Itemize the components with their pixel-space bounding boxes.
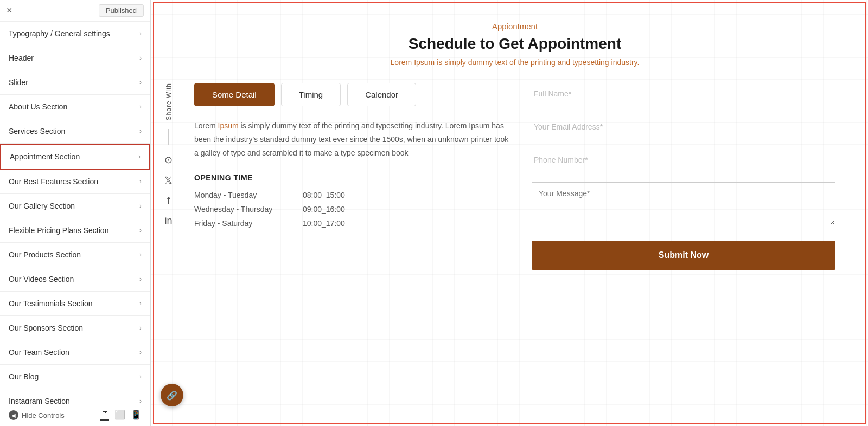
fab-icon: 🔗 [167, 390, 177, 401]
chevron-right-icon: › [139, 202, 142, 210]
tab-calendar[interactable]: Calendor [347, 83, 416, 106]
preview-inner: Appiontment Schedule to Get Appointment … [151, 0, 868, 292]
sidebar-item-instagram[interactable]: Instagram Section› [0, 389, 150, 404]
time-hours: 08:00_15:00 [303, 191, 345, 199]
chevron-right-icon: › [139, 54, 142, 62]
hide-controls-label: Hide Controls [22, 411, 65, 419]
sidebar-item-slider[interactable]: Slider› [0, 70, 150, 95]
share-label: Share With [165, 83, 173, 120]
chevron-right-icon: › [139, 300, 142, 307]
close-button[interactable]: × [7, 5, 12, 16]
sidebar-item-label: Appointment Section [10, 152, 80, 161]
opening-time-title: OPENING TIME [194, 173, 510, 182]
hide-controls-button[interactable]: ◀ Hide Controls [9, 410, 65, 420]
sidebar-item-label: About Us Section [9, 102, 67, 111]
share-divider [168, 129, 169, 145]
submit-button[interactable]: Submit Now [532, 241, 835, 270]
sidebar-item-testimonials[interactable]: Our Testimonials Section› [0, 292, 150, 316]
chevron-right-icon: › [139, 397, 142, 404]
appointment-subtitle: Appiontment [194, 22, 835, 31]
published-badge: Published [99, 4, 144, 17]
appointment-header: Appiontment Schedule to Get Appointment … [194, 22, 835, 67]
sidebar-item-best-features[interactable]: Our Best Features Section› [0, 170, 150, 194]
sidebar: × Published Typography / General setting… [0, 0, 151, 426]
facebook-share-icon[interactable]: f [167, 195, 170, 206]
sidebar-item-label: Our Sponsors Section [9, 324, 83, 332]
sidebar-bottom: ◀ Hide Controls 🖥 ⬜ 📱 [0, 404, 150, 426]
sidebar-item-label: Our Best Features Section [9, 177, 98, 186]
chevron-right-icon: › [138, 153, 141, 160]
content-text: Lorem Ipsum is simply dummy text of the … [194, 119, 510, 160]
sidebar-item-sponsors[interactable]: Our Sponsors Section› [0, 316, 150, 340]
time-row: Monday - Tuesday08:00_15:00 [194, 191, 510, 199]
sidebar-item-gallery[interactable]: Our Gallery Section› [0, 194, 150, 218]
right-panel: Submit Now [532, 83, 835, 270]
sidebar-item-label: Our Products Section [9, 250, 81, 259]
chevron-right-icon: › [139, 79, 142, 86]
sidebar-item-label: Header [9, 54, 34, 62]
appointment-title: Schedule to Get Appointment [194, 35, 835, 53]
chevron-right-icon: › [139, 348, 142, 356]
sidebar-item-header[interactable]: Header› [0, 46, 150, 70]
twitter-share-icon[interactable]: 𝕏 [164, 175, 173, 186]
linkedin-share-icon[interactable]: in [164, 215, 172, 227]
chevron-right-icon: › [139, 324, 142, 332]
mobile-icon[interactable]: 📱 [131, 410, 142, 421]
sidebar-item-label: Our Gallery Section [9, 202, 75, 210]
sidebar-scroll[interactable]: Typography / General settings›Header›Sli… [0, 22, 150, 404]
sidebar-item-label: Flexible Pricing Plans Section [9, 226, 108, 235]
sidebar-top-bar: × Published [0, 0, 150, 22]
sidebar-item-label: Our Team Section [9, 348, 69, 357]
full-name-input[interactable] [532, 83, 835, 105]
main-content: Appiontment Schedule to Get Appointment … [151, 0, 868, 426]
sidebar-item-pricing[interactable]: Flexible Pricing Plans Section› [0, 218, 150, 243]
sidebar-item-videos[interactable]: Our Videos Section› [0, 267, 150, 292]
chevron-right-icon: › [139, 178, 142, 185]
sidebar-item-label: Slider [9, 78, 28, 87]
message-textarea[interactable] [532, 182, 835, 225]
sidebar-item-label: Our Testimonials Section [9, 299, 93, 308]
sidebar-item-services[interactable]: Services Section› [0, 119, 150, 144]
sidebar-item-about-us[interactable]: About Us Section› [0, 95, 150, 119]
sidebar-item-typography[interactable]: Typography / General settings› [0, 22, 150, 46]
chevron-right-icon: › [139, 251, 142, 259]
chevron-right-icon: › [139, 373, 142, 380]
tab-timing[interactable]: Timing [281, 83, 341, 106]
device-icons: 🖥 ⬜ 📱 [100, 410, 142, 421]
time-day: Friday - Saturday [194, 219, 303, 228]
fab-button[interactable]: 🔗 [161, 384, 183, 406]
appointment-layout: Share With ⊙ 𝕏 f in Some Detail Timing C… [194, 83, 835, 270]
time-hours: 09:00_16:00 [303, 205, 345, 214]
left-panel: Some Detail Timing Calendor Lorem Ipsum … [194, 83, 510, 270]
sidebar-item-label: Instagram Section [9, 397, 70, 404]
sidebar-items-list: Typography / General settings›Header›Sli… [0, 22, 150, 404]
left-arrow-icon: ◀ [9, 410, 18, 420]
tablet-icon[interactable]: ⬜ [114, 410, 125, 421]
chevron-right-icon: › [139, 103, 142, 111]
time-row: Friday - Saturday10:00_17:00 [194, 219, 510, 228]
sidebar-item-team[interactable]: Our Team Section› [0, 340, 150, 365]
share-sidebar: Share With ⊙ 𝕏 f in [164, 83, 173, 227]
appointment-description: Lorem Ipsum is simply dummy text of the … [194, 58, 835, 67]
sidebar-item-appointment[interactable]: Appointment Section› [0, 144, 150, 170]
time-row: Wednesday - Thursday09:00_16:00 [194, 205, 510, 214]
chevron-right-icon: › [139, 227, 142, 234]
instagram-share-icon[interactable]: ⊙ [164, 154, 173, 166]
time-hours: 10:00_17:00 [303, 219, 345, 228]
sidebar-item-label: Services Section [9, 127, 65, 135]
chevron-right-icon: › [139, 275, 142, 283]
sidebar-item-blog[interactable]: Our Blog› [0, 365, 150, 389]
time-rows: Monday - Tuesday08:00_15:00Wednesday - T… [194, 191, 510, 228]
email-input[interactable] [532, 116, 835, 138]
phone-input[interactable] [532, 149, 835, 171]
desktop-icon[interactable]: 🖥 [100, 410, 109, 421]
preview-area: Appiontment Schedule to Get Appointment … [151, 0, 868, 426]
time-day: Monday - Tuesday [194, 191, 303, 199]
tabs-row: Some Detail Timing Calendor [194, 83, 510, 106]
tab-some-detail[interactable]: Some Detail [194, 83, 275, 106]
chevron-right-icon: › [139, 127, 142, 135]
sidebar-item-label: Our Blog [9, 372, 39, 381]
sidebar-item-label: Our Videos Section [9, 275, 74, 283]
sidebar-item-label: Typography / General settings [9, 29, 110, 38]
sidebar-item-products[interactable]: Our Products Section› [0, 243, 150, 267]
